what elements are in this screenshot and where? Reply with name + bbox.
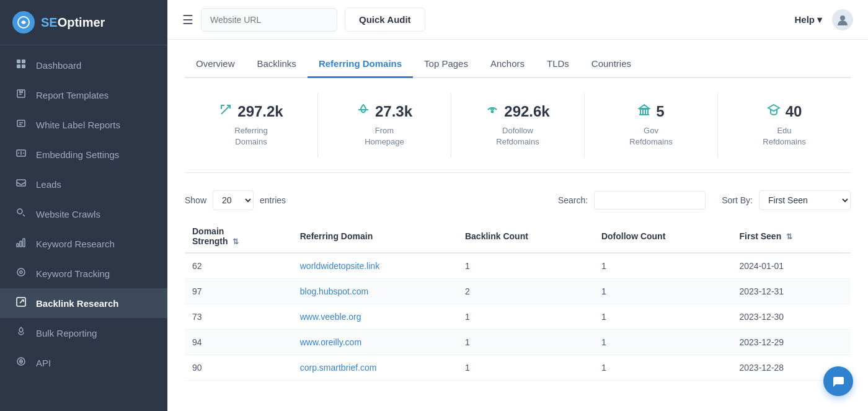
- domain-link[interactable]: blog.hubspot.com: [300, 286, 369, 296]
- user-avatar[interactable]: [832, 9, 853, 30]
- leads-icon: [15, 178, 27, 190]
- svg-point-9: [17, 209, 22, 214]
- sidebar-item-label: Leads: [36, 179, 61, 190]
- svg-rect-6: [17, 120, 25, 126]
- col-dofollow-count: Dofollow Count: [594, 220, 732, 253]
- sort-first-seen-icon[interactable]: ⇅: [786, 232, 792, 241]
- stat-label: DofollowRefdomains: [464, 125, 572, 148]
- cell-dofollow: 1: [594, 330, 732, 355]
- sidebar-item-label: Bulk Reporting: [36, 328, 97, 338]
- tab-backlinks[interactable]: Backlinks: [246, 52, 308, 78]
- chat-button[interactable]: [823, 366, 853, 396]
- sort-select[interactable]: First Seen Domain Strength Backlink Coun…: [759, 190, 851, 210]
- svg-rect-1: [17, 60, 20, 63]
- svg-rect-10: [17, 244, 19, 247]
- sidebar-item-keyword-research[interactable]: Keyword Research: [0, 229, 167, 259]
- stat-number: 5: [597, 103, 705, 120]
- tab-top-pages[interactable]: Top Pages: [413, 52, 479, 78]
- report-templates-icon: [15, 89, 27, 101]
- cell-strength: 94: [185, 330, 293, 355]
- tab-overview[interactable]: Overview: [185, 52, 246, 78]
- svg-rect-3: [17, 64, 20, 68]
- sidebar-item-dashboard[interactable]: Dashboard: [0, 50, 167, 80]
- sidebar-item-white-label[interactable]: White Label Reports: [0, 110, 167, 139]
- search-label: Search:: [558, 195, 588, 205]
- embedding-icon: [15, 148, 27, 161]
- sidebar-item-embedding[interactable]: Embedding Settings: [0, 139, 167, 169]
- bulk-reporting-icon: [15, 327, 27, 339]
- col-backlink-count: Backlink Count: [458, 220, 594, 253]
- stat-label: FromHomepage: [330, 125, 438, 148]
- referring-domains-table: DomainStrength ⇅ Referring Domain Backli…: [185, 220, 851, 381]
- hamburger-menu[interactable]: ☰: [182, 12, 193, 27]
- table-row: 90 corp.smartbrief.com 1 1 2023-12-28: [185, 355, 851, 381]
- domain-link[interactable]: www.oreilly.com: [300, 337, 361, 347]
- table-row: 97 blog.hubspot.com 2 1 2023-12-31: [185, 279, 851, 304]
- tab-tlds[interactable]: TLDs: [536, 52, 580, 78]
- entries-select[interactable]: 20 50 100: [213, 190, 254, 210]
- cell-domain: www.oreilly.com: [293, 330, 458, 355]
- dashboard-icon: [15, 59, 27, 71]
- sidebar-item-website-crawls[interactable]: Website Crawls: [0, 199, 167, 229]
- sidebar-item-label: Dashboard: [36, 60, 81, 71]
- svg-rect-12: [23, 239, 25, 247]
- svg-rect-4: [22, 64, 25, 68]
- search-input[interactable]: [594, 191, 706, 210]
- domain-link[interactable]: corp.smartbrief.com: [300, 363, 377, 373]
- quick-audit-button[interactable]: Quick Audit: [345, 7, 425, 32]
- tab-referring-domains[interactable]: Referring Domains: [308, 52, 413, 78]
- main-content: ☰ Quick Audit Help ▾ Overview Backlinks …: [167, 0, 868, 411]
- header: ☰ Quick Audit Help ▾: [167, 0, 868, 40]
- stat-label: EduRefdomains: [730, 125, 838, 148]
- tab-countries[interactable]: Countries: [580, 52, 642, 78]
- logo[interactable]: SEOptimer: [0, 0, 167, 45]
- entries-label: entries: [260, 195, 286, 205]
- stat-number: 297.2k: [197, 103, 305, 120]
- cell-first-seen: 2023-12-29: [732, 330, 851, 355]
- table-row: 73 www.veeble.org 1 1 2023-12-30: [185, 304, 851, 330]
- header-right: Help ▾: [794, 9, 853, 30]
- table-row: 94 www.oreilly.com 1 1 2023-12-29: [185, 330, 851, 355]
- sidebar-item-label: White Label Reports: [36, 120, 120, 130]
- cell-backlinks: 1: [458, 355, 594, 381]
- domain-link[interactable]: worldwidetopsite.link: [300, 261, 379, 271]
- tabs: Overview Backlinks Referring Domains Top…: [185, 52, 851, 78]
- tab-anchors[interactable]: Anchors: [479, 52, 536, 78]
- gov-icon: [637, 103, 651, 120]
- url-input[interactable]: [201, 8, 337, 32]
- sidebar-item-api[interactable]: API: [0, 348, 167, 378]
- svg-rect-11: [20, 241, 22, 247]
- svg-point-14: [20, 271, 22, 273]
- keyword-research-icon: [15, 237, 27, 250]
- cell-first-seen: 2023-12-31: [732, 279, 851, 304]
- cell-dofollow: 1: [594, 355, 732, 381]
- domain-link[interactable]: www.veeble.org: [300, 312, 361, 322]
- sort-label: Sort By:: [722, 195, 753, 205]
- cell-strength: 97: [185, 279, 293, 304]
- stat-number: 40: [730, 103, 838, 120]
- cell-domain: www.veeble.org: [293, 304, 458, 330]
- cell-first-seen: 2023-12-30: [732, 304, 851, 330]
- sort-domain-strength-icon[interactable]: ⇅: [232, 237, 239, 246]
- col-first-seen[interactable]: First Seen ⇅: [732, 220, 851, 253]
- show-label: Show: [185, 195, 206, 205]
- sidebar-item-backlink-research[interactable]: Backlink Research: [0, 288, 167, 318]
- sidebar-item-bulk-reporting[interactable]: Bulk Reporting: [0, 318, 167, 348]
- stat-label: ReferringDomains: [197, 125, 305, 148]
- svg-point-17: [840, 15, 845, 20]
- logo-icon: [12, 11, 35, 33]
- help-button[interactable]: Help ▾: [794, 14, 822, 25]
- from-homepage-icon: [356, 103, 370, 120]
- sidebar-item-label: Report Templates: [36, 90, 108, 100]
- stat-gov: 5 GovRefdomains: [585, 93, 718, 157]
- cell-backlinks: 1: [458, 304, 594, 330]
- cell-dofollow: 1: [594, 279, 732, 304]
- referring-domains-icon: [219, 103, 232, 120]
- sidebar-item-keyword-tracking[interactable]: Keyword Tracking: [0, 259, 167, 288]
- cell-domain: worldwidetopsite.link: [293, 253, 458, 279]
- sidebar-item-leads[interactable]: Leads: [0, 169, 167, 199]
- col-domain-strength[interactable]: DomainStrength ⇅: [185, 220, 293, 253]
- sidebar-item-report-templates[interactable]: Report Templates: [0, 80, 167, 110]
- stat-number: 27.3k: [330, 103, 438, 120]
- website-crawls-icon: [15, 208, 27, 220]
